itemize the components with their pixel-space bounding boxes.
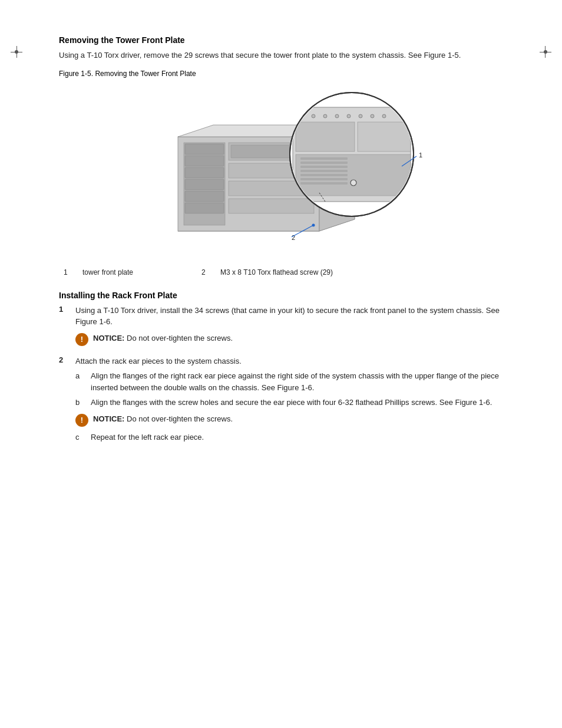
svg-rect-7 xyxy=(185,179,224,190)
svg-point-24 xyxy=(323,114,327,118)
content-area: Removing the Tower Front Plate Using a T… xyxy=(59,35,509,446)
sub-step-letter-b: b xyxy=(75,397,88,409)
svg-text:1: 1 xyxy=(419,151,422,159)
svg-point-47 xyxy=(312,223,315,226)
section-remove-body: Using a T-10 Torx driver, remove the 29 … xyxy=(59,50,509,61)
sub-steps-list: a Align the flanges of the right rack ea… xyxy=(75,370,509,409)
svg-rect-38 xyxy=(300,174,348,176)
sub-step-letter-c: c xyxy=(75,431,88,443)
svg-rect-6 xyxy=(185,167,224,178)
sub-step-text-b: Align the flanges with the screw holes a… xyxy=(91,397,509,409)
sub-step-c: c Repeat for the left rack ear piece. xyxy=(75,431,509,443)
legend-num-2: 2 xyxy=(198,267,216,278)
notice-icon-1: ! xyxy=(75,333,88,346)
notice-box-2: ! NOTICE: Do not over-tighten the screws… xyxy=(75,413,509,427)
notice-text-2: NOTICE: Do not over-tighten the screws. xyxy=(93,413,233,425)
sub-step-text-a: Align the flanges of the right rack ear … xyxy=(91,370,509,393)
svg-point-29 xyxy=(382,114,386,118)
step-content-2: Attach the rack ear pieces to the system… xyxy=(75,355,509,447)
section-install-heading: Installing the Rack Front Plate xyxy=(59,291,509,300)
figure-container: 1 2 xyxy=(59,84,509,256)
step-num-1: 1 xyxy=(59,305,73,314)
svg-point-23 xyxy=(312,114,315,118)
svg-rect-39 xyxy=(300,178,348,180)
sub-step-a: a Align the flanges of the right rack ea… xyxy=(75,370,509,393)
install-step-2: 2 Attach the rack ear pieces to the syst… xyxy=(59,355,509,447)
install-step-1: 1 Using a T-10 Torx driver, install the … xyxy=(59,305,509,351)
notice-body-1: Do not over-tighten the screws. xyxy=(127,334,233,342)
legend-text-2: M3 x 8 T10 Torx flathead screw (29) xyxy=(217,267,508,278)
sub-step-letter-a: a xyxy=(75,370,88,382)
figure-svg: 1 2 xyxy=(113,84,455,256)
svg-point-26 xyxy=(347,114,351,118)
step-text-1: Using a T-10 Torx driver, install the 34… xyxy=(75,306,500,327)
svg-rect-4 xyxy=(185,144,224,154)
notice-label-1: NOTICE: xyxy=(93,334,124,342)
svg-rect-8 xyxy=(185,191,224,202)
svg-rect-37 xyxy=(300,170,348,172)
section-remove-heading: Removing the Tower Front Plate xyxy=(59,35,509,45)
figure-caption: Figure 1-5. Removing the Tower Front Pla… xyxy=(59,70,509,78)
svg-point-41 xyxy=(351,180,356,186)
sub-step-b: b Align the flanges with the screw holes… xyxy=(75,397,509,409)
svg-rect-32 xyxy=(358,122,411,151)
sub-step-text-c: Repeat for the left rack ear piece. xyxy=(91,431,509,443)
legend-num-1: 1 xyxy=(60,267,78,278)
notice-box-1: ! NOTICE: Do not over-tighten the screws… xyxy=(75,332,509,346)
legend-text-1: tower front plate xyxy=(79,267,197,278)
svg-rect-31 xyxy=(296,122,355,151)
step-num-2: 2 xyxy=(59,355,73,364)
figure-caption-text: Removing the Tower Front Plate xyxy=(95,70,196,78)
corner-mark-tl xyxy=(11,46,28,64)
corner-mark-tr xyxy=(534,46,551,64)
svg-rect-14 xyxy=(229,199,314,213)
step-content-1: Using a T-10 Torx driver, install the 34… xyxy=(75,305,509,351)
svg-rect-40 xyxy=(300,182,348,185)
svg-rect-35 xyxy=(300,162,348,164)
step-text-2: Attach the rack ear pieces to the system… xyxy=(75,357,242,365)
notice-icon-2: ! xyxy=(75,414,88,427)
notice-label-2: NOTICE: xyxy=(93,414,124,423)
figure-caption-label: Figure 1-5. xyxy=(59,70,93,78)
svg-rect-9 xyxy=(185,203,224,213)
figure-legend: 1 tower front plate 2 M3 x 8 T10 Torx fl… xyxy=(59,266,509,279)
svg-point-27 xyxy=(359,114,362,118)
svg-point-25 xyxy=(335,114,339,118)
svg-rect-36 xyxy=(300,166,348,168)
svg-rect-34 xyxy=(300,157,348,160)
svg-point-28 xyxy=(371,114,374,118)
svg-rect-5 xyxy=(185,156,224,166)
sub-steps-list-c: c Repeat for the left rack ear piece. xyxy=(75,431,509,443)
install-steps-list: 1 Using a T-10 Torx driver, install the … xyxy=(59,305,509,447)
page: Removing the Tower Front Plate Using a T… xyxy=(0,35,562,728)
notice-text-1: NOTICE: Do not over-tighten the screws. xyxy=(93,332,233,344)
notice-body-2: Do not over-tighten the screws. xyxy=(127,414,233,423)
